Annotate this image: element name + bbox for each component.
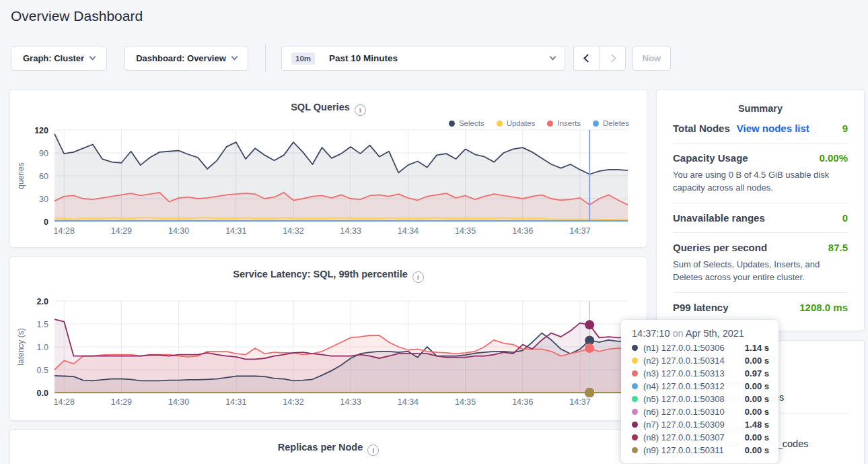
tooltip-node-label: (n5) 127.0.0.1:50308 bbox=[643, 394, 739, 404]
tooltip-node-label: (n2) 127.0.0.1:50314 bbox=[643, 356, 739, 366]
series-dot bbox=[632, 422, 638, 428]
time-prev-button[interactable] bbox=[573, 46, 600, 71]
qps-value: 87.5 bbox=[828, 242, 848, 253]
tooltip-node-value: 0.00 s bbox=[745, 445, 769, 455]
tooltip-row: (n2) 127.0.0.1:50314 0.00 s bbox=[632, 356, 769, 366]
svg-text:14:30: 14:30 bbox=[168, 226, 189, 236]
dashboard-label: Dashboard: Overview bbox=[136, 53, 226, 63]
total-nodes-label: Total Nodes bbox=[673, 123, 730, 134]
qps-label: Queries per second bbox=[673, 242, 767, 253]
series-dot bbox=[632, 447, 638, 453]
tooltip-row: (n5) 127.0.0.1:50308 0.00 s bbox=[632, 394, 769, 404]
summary-panel: Summary Total Nodes View nodes list 9 Ca… bbox=[656, 89, 865, 331]
tooltip-node-value: 0.00 s bbox=[745, 394, 769, 404]
replicas-per-node-title: Replicas per Nodei bbox=[10, 442, 647, 456]
tooltip-node-value: 0.97 s bbox=[745, 368, 769, 378]
unavailable-ranges-value: 0 bbox=[842, 212, 848, 224]
capacity-value: 0.00% bbox=[819, 152, 848, 164]
sql-queries-chart[interactable]: 030609012014:2814:2914:3014:3114:3214:33… bbox=[10, 125, 648, 248]
graph-scope-dropdown[interactable]: Graph: Cluster bbox=[11, 46, 107, 71]
service-latency-title: Service Latency: SQL, 99th percentilei bbox=[10, 269, 647, 283]
graph-scope-label: Graph: Cluster bbox=[23, 53, 84, 63]
time-next-button[interactable] bbox=[600, 46, 626, 71]
replicas-per-node-card: Replicas per Nodei bbox=[9, 429, 647, 464]
summary-row-qps: Queries per second 87.5 Sum of Selects, … bbox=[673, 233, 848, 293]
tooltip-node-label: (n9) 127.0.0.1:50311 bbox=[643, 445, 739, 455]
svg-text:14:30: 14:30 bbox=[168, 397, 189, 407]
page-title: Overview Dashboard bbox=[11, 8, 143, 24]
info-icon[interactable]: i bbox=[412, 271, 424, 283]
svg-text:1.5: 1.5 bbox=[37, 320, 48, 329]
unavailable-ranges-label: Unavailable ranges bbox=[673, 212, 765, 224]
svg-text:2.0: 2.0 bbox=[37, 297, 48, 306]
tooltip-node-label: (n7) 127.0.0.1:50309 bbox=[643, 420, 739, 430]
tooltip-row: (n7) 127.0.0.1:50309 1.48 s bbox=[632, 420, 769, 430]
svg-text:14:35: 14:35 bbox=[455, 397, 476, 407]
tooltip-node-value: 0.00 s bbox=[745, 356, 769, 366]
now-button[interactable]: Now bbox=[632, 46, 671, 71]
svg-text:0: 0 bbox=[44, 218, 48, 227]
info-icon[interactable]: i bbox=[355, 104, 366, 116]
chart-tooltip: 14:37:10 on Apr 5th, 2021 (n1) 127.0.0.1… bbox=[621, 320, 779, 463]
tooltip-node-label: (n8) 127.0.0.1:50307 bbox=[643, 432, 739, 442]
qps-subtext: Sum of Selects, Updates, Inserts, and De… bbox=[673, 258, 848, 284]
service-latency-chart[interactable]: 0.00.51.01.52.014:2814:2914:3014:3114:32… bbox=[10, 296, 648, 420]
capacity-subtext: You are using 0 B of 4.5 GiB usable disk… bbox=[673, 168, 848, 194]
svg-text:0.0: 0.0 bbox=[37, 389, 48, 398]
time-range-badge: 10m bbox=[291, 53, 315, 65]
svg-text:90: 90 bbox=[39, 149, 48, 158]
tooltip-node-value: 0.00 s bbox=[745, 407, 769, 417]
controls-divider bbox=[265, 44, 266, 71]
p99-latency-value: 1208.0 ms bbox=[799, 302, 848, 313]
sql-queries-card: SQL Queriesi Selects Updates Inserts Del… bbox=[9, 89, 647, 248]
svg-text:14:29: 14:29 bbox=[111, 397, 132, 407]
chevron-down-icon bbox=[89, 54, 96, 61]
tooltip-timestamp: 14:37:10 on Apr 5th, 2021 bbox=[632, 328, 769, 339]
tooltip-node-label: (n1) 127.0.0.1:50306 bbox=[643, 343, 739, 353]
summary-row-unavailable: Unavailable ranges 0 bbox=[673, 203, 848, 233]
chevron-down-icon bbox=[231, 54, 238, 61]
svg-text:14:34: 14:34 bbox=[398, 397, 419, 407]
tooltip-node-value: 0.00 s bbox=[745, 381, 769, 391]
svg-text:14:31: 14:31 bbox=[225, 226, 246, 236]
svg-text:14:28: 14:28 bbox=[54, 397, 75, 407]
svg-text:14:32: 14:32 bbox=[283, 397, 303, 407]
svg-text:14:29: 14:29 bbox=[111, 226, 132, 236]
dashboard-dropdown[interactable]: Dashboard: Overview bbox=[124, 46, 248, 71]
svg-text:14:32: 14:32 bbox=[283, 226, 303, 236]
time-nav-group bbox=[573, 46, 626, 71]
tooltip-rows: (n1) 127.0.0.1:50306 1.14 s (n2) 127.0.0… bbox=[632, 343, 769, 455]
tooltip-node-label: (n6) 127.0.0.1:50310 bbox=[643, 407, 739, 417]
time-range-picker[interactable]: 10m Past 10 Minutes bbox=[281, 46, 565, 71]
svg-text:14:36: 14:36 bbox=[512, 397, 533, 407]
svg-text:14:31: 14:31 bbox=[225, 397, 246, 407]
svg-text:14:37: 14:37 bbox=[569, 397, 590, 407]
tooltip-node-value: 0.00 s bbox=[745, 432, 769, 442]
capacity-label: Capacity Usage bbox=[673, 152, 748, 164]
series-dot bbox=[632, 383, 638, 389]
svg-text:14:35: 14:35 bbox=[455, 226, 476, 236]
info-icon[interactable]: i bbox=[367, 444, 379, 456]
svg-text:14:33: 14:33 bbox=[340, 397, 361, 407]
svg-text:latency (s): latency (s) bbox=[16, 328, 26, 365]
svg-text:14:37: 14:37 bbox=[569, 226, 590, 236]
series-dot bbox=[632, 370, 638, 376]
tooltip-node-label: (n4) 127.0.0.1:50312 bbox=[643, 381, 739, 391]
series-dot bbox=[632, 358, 638, 364]
svg-text:1.0: 1.0 bbox=[37, 343, 48, 352]
summary-row-total-nodes: Total Nodes View nodes list 9 bbox=[673, 114, 848, 143]
svg-text:60: 60 bbox=[39, 172, 48, 181]
series-dot bbox=[632, 345, 638, 351]
p99-latency-label: P99 latency bbox=[673, 302, 729, 313]
time-range-label: Past 10 Minutes bbox=[329, 53, 398, 63]
svg-text:queries: queries bbox=[16, 162, 26, 189]
chevron-down-icon bbox=[550, 54, 556, 61]
summary-row-p99: P99 latency 1208.0 ms bbox=[673, 293, 848, 322]
svg-text:14:34: 14:34 bbox=[398, 226, 419, 236]
overview-dashboard-page: Overview Dashboard Graph: Cluster Dashbo… bbox=[0, 0, 868, 464]
chevron-right-icon bbox=[608, 54, 616, 63]
view-nodes-list-link[interactable]: View nodes list bbox=[737, 123, 809, 134]
tooltip-row: (n1) 127.0.0.1:50306 1.14 s bbox=[632, 343, 769, 353]
svg-text:120: 120 bbox=[34, 126, 48, 135]
chevron-left-icon bbox=[583, 54, 592, 63]
